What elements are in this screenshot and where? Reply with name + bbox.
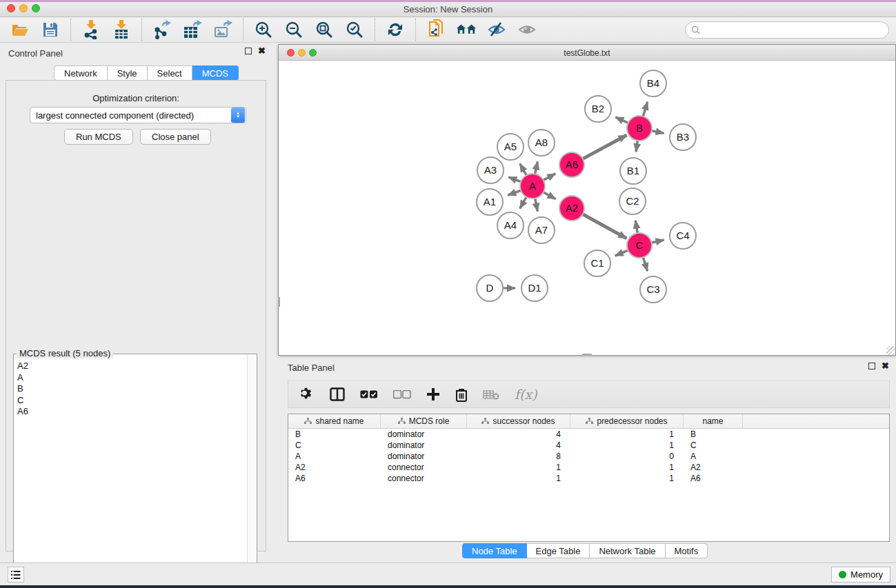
column-header-MCDS-role[interactable]: MCDS role: [381, 414, 467, 428]
table-settings-gear-icon[interactable]: [299, 385, 315, 403]
network-window-titlebar[interactable]: testGlobe.txt: [279, 45, 895, 61]
graph-node-A3[interactable]: A3: [477, 157, 504, 183]
table-cell-predecessor_nodes[interactable]: 1: [570, 429, 684, 440]
table-cell-successor_nodes[interactable]: 4: [467, 429, 570, 440]
graph-edge-B-B4[interactable]: [643, 102, 648, 118]
tab-network[interactable]: Network: [54, 65, 108, 81]
column-layout-icon[interactable]: [330, 385, 345, 403]
first-neighbors-icon[interactable]: [456, 19, 477, 40]
table-cell-predecessor_nodes[interactable]: 1: [570, 473, 684, 484]
table-cell-name[interactable]: C: [684, 440, 743, 451]
table-cell-mcds_role[interactable]: connector: [381, 473, 467, 484]
graph-node-C4[interactable]: C4: [670, 223, 696, 249]
graph-edge-A-A3[interactable]: [508, 177, 522, 182]
table-cell-name[interactable]: A2: [684, 462, 743, 473]
graph-edge-A-A5[interactable]: [520, 163, 527, 176]
run-mcds-button[interactable]: Run MCDS: [64, 129, 133, 145]
save-session-icon[interactable]: [40, 19, 61, 40]
memory-button[interactable]: Memory: [831, 567, 890, 582]
table-cell-successor_nodes[interactable]: 1: [467, 462, 570, 473]
graph-edge-C-C2[interactable]: [635, 221, 637, 235]
column-header-predecessor-nodes[interactable]: predecessor nodes: [570, 414, 684, 428]
window-resize-corner[interactable]: [886, 346, 895, 355]
deselect-all-columns-icon[interactable]: [393, 385, 411, 403]
table-row[interactable]: Cdominator41C: [288, 440, 889, 451]
mcds-result-item[interactable]: A2: [17, 361, 252, 372]
column-header-successor-nodes[interactable]: successor nodes: [467, 414, 570, 428]
delete-table-icon[interactable]: [483, 385, 499, 403]
result-scrollbar[interactable]: [247, 355, 256, 584]
table-cell-shared_name[interactable]: A2: [288, 462, 381, 473]
select-all-columns-icon[interactable]: [360, 385, 378, 403]
table-row[interactable]: A6connector11A6: [288, 473, 889, 484]
graph-node-C2[interactable]: C2: [619, 188, 646, 214]
column-header-shared-name[interactable]: shared name: [288, 414, 381, 428]
table-cell-successor_nodes[interactable]: 4: [467, 440, 570, 451]
hide-selected-icon[interactable]: [486, 19, 507, 40]
tab-network-table[interactable]: Network Table: [590, 543, 665, 558]
zoom-in-icon[interactable]: [253, 19, 274, 40]
graph-node-A2[interactable]: A2: [559, 196, 584, 221]
graph-node-D[interactable]: D: [477, 275, 503, 301]
tab-edge-table[interactable]: Edge Table: [527, 543, 590, 558]
graph-edge-A-A7[interactable]: [535, 197, 537, 212]
graph-edge-B-B3[interactable]: [650, 130, 664, 133]
tab-select[interactable]: Select: [148, 65, 192, 81]
mcds-result-item[interactable]: B: [17, 383, 252, 395]
graph-node-B3[interactable]: B3: [670, 124, 696, 150]
table-row[interactable]: Adominator80A: [288, 451, 889, 462]
graph-node-A4[interactable]: A4: [497, 212, 524, 239]
graph-edge-C-C1[interactable]: [615, 250, 630, 256]
graph-node-A6[interactable]: A6: [559, 152, 584, 177]
graph-edge-A-A8[interactable]: [535, 161, 537, 175]
refresh-icon[interactable]: [385, 19, 406, 40]
network-canvas[interactable]: AA1A2A3A4A5A6A7A8BB1B2B3B4CC1C2C3C4DD1: [279, 61, 895, 355]
graph-node-A7[interactable]: A7: [528, 217, 555, 243]
show-all-icon[interactable]: [517, 19, 537, 40]
table-cell-successor_nodes[interactable]: 8: [467, 451, 570, 462]
table-cell-mcds_role[interactable]: dominator: [381, 451, 467, 462]
import-table-icon[interactable]: [111, 19, 132, 40]
delete-column-trash-icon[interactable]: [455, 385, 468, 403]
table-row[interactable]: A2connector11A2: [288, 462, 889, 473]
table-cell-mcds_role[interactable]: connector: [381, 462, 467, 473]
table-cell-name[interactable]: A6: [684, 473, 743, 484]
zoom-selected-icon[interactable]: [344, 19, 365, 40]
table-cell-name[interactable]: A: [684, 451, 743, 462]
graph-edge-A2-C[interactable]: [581, 214, 627, 239]
clone-network-icon[interactable]: [426, 19, 446, 40]
table-cell-shared_name[interactable]: B: [288, 429, 381, 440]
graph-edge-A-A2[interactable]: [542, 192, 556, 199]
float-table-panel-icon[interactable]: [868, 363, 875, 369]
float-panel-icon[interactable]: [245, 48, 252, 54]
window-resize-grip[interactable]: [582, 354, 592, 356]
table-cell-successor_nodes[interactable]: 1: [467, 473, 570, 484]
graph-edge-B-B2[interactable]: [615, 117, 629, 123]
graph-edge-A-A6[interactable]: [542, 174, 555, 181]
table-cell-predecessor_nodes[interactable]: 0: [570, 451, 684, 462]
table-row[interactable]: Bdominator41B: [288, 429, 889, 440]
import-network-icon[interactable]: [81, 19, 101, 40]
table-cell-shared_name[interactable]: A6: [288, 473, 381, 484]
graph-edge-C-C4[interactable]: [650, 240, 664, 243]
search-input[interactable]: [704, 26, 888, 35]
function-builder-icon[interactable]: f(x): [515, 385, 537, 403]
table-cell-shared_name[interactable]: A: [288, 451, 381, 462]
graph-node-B4[interactable]: B4: [640, 70, 666, 97]
graph-edge-C-C3[interactable]: [643, 256, 648, 271]
zoom-out-icon[interactable]: [283, 19, 304, 40]
graph-node-B2[interactable]: B2: [585, 96, 611, 122]
graph-node-C1[interactable]: C1: [584, 250, 610, 276]
table-cell-predecessor_nodes[interactable]: 1: [570, 440, 684, 451]
criterion-dropdown[interactable]: largest connected component (directed) ▲…: [30, 107, 246, 123]
open-file-icon[interactable]: [10, 19, 30, 40]
export-table-icon[interactable]: [182, 19, 203, 40]
graph-node-B[interactable]: B: [627, 116, 652, 141]
search-box[interactable]: [685, 21, 889, 39]
graph-edge-A-A1[interactable]: [508, 190, 522, 196]
close-panel-icon[interactable]: ✖: [258, 48, 266, 54]
graph-node-C[interactable]: C: [627, 233, 652, 258]
mcds-result-item[interactable]: A: [17, 372, 252, 384]
tab-motifs[interactable]: Motifs: [666, 543, 708, 558]
table-cell-mcds_role[interactable]: dominator: [381, 440, 467, 451]
